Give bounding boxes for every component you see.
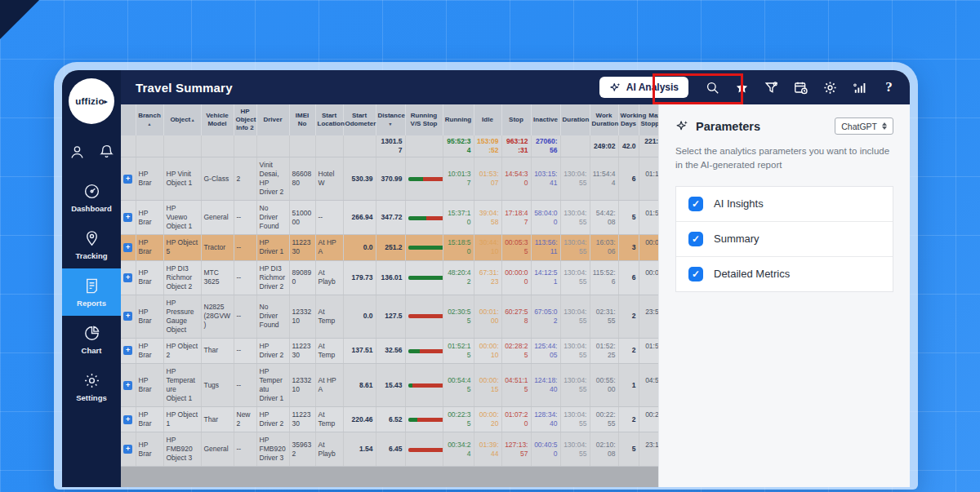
cell-object: HP Temperature Object 1	[163, 363, 201, 406]
cell-driver: Vinit Desai, HP Driver 2	[256, 157, 289, 201]
cell-vehicle_model: General	[201, 201, 234, 235]
cell-inactive: 125:44:05	[531, 338, 560, 363]
sidebar-nav: Dashboard Tracking Reports Chart Setting…	[62, 174, 121, 410]
top-header-bar: Travel Summary AI Analysis ?	[121, 70, 910, 104]
cell-start_location: At HP A	[315, 363, 343, 406]
cell-working_days: 6	[618, 157, 639, 201]
cell-idle: 30:44:10	[474, 235, 501, 260]
option-summary[interactable]: ✓ Summary	[676, 222, 893, 257]
running-vs-stop-bar	[408, 177, 443, 181]
content-area: Branch ▴Object ▴Vehicle ModelHP Object I…	[121, 104, 910, 487]
table-row[interactable]: +HP BrarHP Vinit Object 1G-Class2Vinit D…	[121, 157, 658, 201]
expand-row-button[interactable]: +	[123, 175, 132, 184]
sidebar-quick-icons	[69, 144, 115, 161]
cell-hp_object_info_2: 2	[234, 157, 256, 201]
sidebar-item-reports[interactable]: Reports	[62, 268, 121, 316]
option-label: Detailed Metrics	[714, 268, 790, 280]
cell-distance: 251.2	[376, 235, 405, 260]
column-header-distance[interactable]: Distance ▾	[376, 104, 405, 135]
search-icon[interactable]	[705, 80, 720, 95]
usage-stats-icon[interactable]	[852, 80, 867, 95]
sidebar-item-tracking[interactable]: Tracking	[62, 221, 121, 268]
column-header-driver: Driver	[256, 104, 289, 135]
cell-duration: 130:04:55	[560, 407, 590, 432]
column-header-expand	[121, 104, 136, 135]
cell-driver: No Driver Found	[256, 295, 289, 338]
cell-start_odometer: 220.46	[343, 407, 376, 432]
expand-row-button[interactable]: +	[123, 346, 132, 355]
total-work_duration: 249:02	[590, 135, 618, 157]
expand-row-button[interactable]: +	[123, 415, 132, 424]
calendar-clock-icon[interactable]	[793, 80, 808, 95]
uffizio-logo[interactable]: uffizio▸	[69, 78, 114, 124]
checkbox-checked-icon[interactable]: ✓	[688, 197, 703, 211]
table-row[interactable]: +HP BrarHP Temperature Object 1Tugs--HP …	[121, 363, 658, 406]
cell-distance: 6.52	[376, 407, 405, 432]
cell-start_odometer: 530.39	[343, 157, 376, 201]
cell-expand: +	[121, 338, 136, 363]
option-ai-insights[interactable]: ✓ AI Insights	[676, 187, 893, 222]
running-vs-stop-bar	[408, 314, 443, 318]
cell-running: 00:34:24	[443, 432, 474, 467]
total-max_stoppage: 221:37:44	[639, 135, 658, 157]
cell-inactive: 113:56:11	[531, 235, 560, 260]
column-header-imei_no: IMEI No	[289, 104, 315, 135]
sparkle-icon	[675, 119, 689, 133]
sidebar-item-settings[interactable]: Settings	[62, 363, 121, 410]
total-inactive: 27060:56	[531, 135, 560, 157]
running-vs-stop-bar	[408, 418, 443, 422]
table-row[interactable]: +HP BrarHP Object 5Tractor--HP Driver 11…	[121, 235, 658, 260]
checkbox-checked-icon[interactable]: ✓	[688, 267, 703, 281]
model-select[interactable]: ChatGPT	[835, 117, 893, 135]
cell-expand: +	[121, 432, 136, 467]
table-row[interactable]: +HP BrarHP Pressure Gauge ObjectN2825 (2…	[121, 295, 658, 338]
cell-max_stoppage: 00:23:00	[639, 407, 658, 432]
cell-inactive: 103:15:41	[531, 157, 560, 201]
cell-hp_object_info_2: --	[234, 432, 256, 467]
sidebar-item-chart[interactable]: Chart	[62, 316, 121, 363]
option-detailed-metrics[interactable]: ✓ Detailed Metrics	[676, 257, 893, 291]
table-row[interactable]: +HP BrarHP FMB920 Object 3General--HP FM…	[121, 432, 658, 467]
panel-description: Select the analytics parameters you want…	[675, 144, 893, 173]
sort-desc-icon: ▾	[390, 122, 392, 126]
expand-row-button[interactable]: +	[123, 243, 132, 252]
table-row[interactable]: +HP BrarHP Object 2Thar--HP Driver 21122…	[121, 338, 658, 363]
bell-icon[interactable]	[98, 144, 115, 161]
expand-row-button[interactable]: +	[123, 312, 132, 321]
cell-work_duration: 16:03:06	[590, 235, 618, 260]
help-icon[interactable]: ?	[881, 80, 897, 95]
expand-row-button[interactable]: +	[123, 445, 132, 454]
cell-max_stoppage: 23:19:09	[639, 432, 658, 467]
table-row[interactable]: +HP BrarHP Object 1TharNew 2HP Driver 21…	[121, 407, 658, 432]
user-icon[interactable]	[69, 144, 86, 161]
map-pin-icon	[82, 229, 101, 248]
ai-analysis-button[interactable]: AI Analysis	[599, 77, 688, 98]
star-icon[interactable]	[734, 80, 750, 95]
cell-imei_no: 1233210	[289, 363, 315, 406]
column-header-work_duration: Work Duration	[590, 104, 618, 135]
cell-max_stoppage: 01:59:36	[639, 201, 658, 235]
column-header-branch[interactable]: Branch ▴	[136, 104, 163, 135]
total-expand	[121, 135, 136, 157]
column-header-object[interactable]: Object ▴	[163, 104, 201, 135]
filter-icon[interactable]	[764, 80, 779, 95]
sidebar-item-dashboard[interactable]: Dashboard	[62, 174, 121, 221]
expand-row-button[interactable]: +	[123, 273, 132, 282]
cell-start_location: At HP A	[315, 235, 343, 260]
column-header-vehicle_model: Vehicle Model	[201, 104, 234, 135]
pie-chart-icon	[82, 324, 101, 343]
cell-start_odometer: 8.61	[343, 363, 376, 406]
table-row[interactable]: +HP BrarHP Vuewo Object 1General--No Dri…	[121, 201, 658, 235]
expand-row-button[interactable]: +	[123, 213, 132, 222]
cell-work_duration: 54:42:08	[590, 201, 618, 235]
cell-start_location: At Temp	[315, 295, 343, 338]
table-row[interactable]: +HP BrarHP DI3 Richmor Object 2MTC 3625-…	[121, 260, 658, 295]
checkbox-checked-icon[interactable]: ✓	[688, 232, 703, 246]
cell-work_duration: 115:52:6	[590, 260, 618, 295]
cell-vehicle_model: G-Class	[201, 157, 234, 201]
cell-object: HP Pressure Gauge Object	[163, 295, 201, 338]
cell-work_duration: 01:52:25	[590, 338, 618, 363]
ai-analysis-label: AI Analysis	[626, 82, 679, 93]
expand-row-button[interactable]: +	[123, 381, 132, 390]
settings-gear-icon[interactable]	[822, 80, 838, 95]
